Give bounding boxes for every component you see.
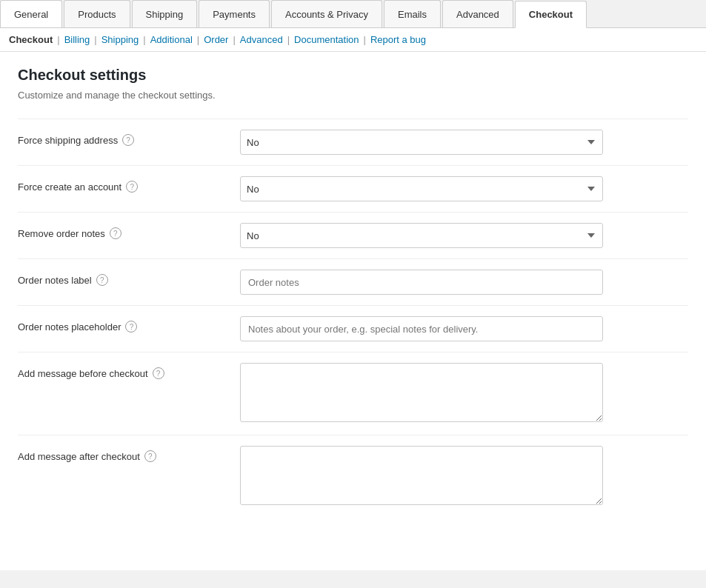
help-icon-add-message-after-checkout[interactable]: ? (144, 450, 156, 462)
page-subtitle: Customize and manage the checkout settin… (18, 90, 688, 101)
field-label-force-shipping-address: Force shipping address (18, 135, 118, 146)
subnav-item-checkout[interactable]: Checkout (9, 34, 53, 45)
textarea-add-message-before-checkout[interactable] (240, 363, 603, 422)
select-remove-order-notes[interactable]: NoYes (240, 223, 603, 248)
sub-nav-separator: | (233, 34, 235, 45)
tab-shipping[interactable]: Shipping (132, 0, 198, 27)
label-col-order-notes-label: Order notes label? (18, 270, 240, 286)
sub-nav-separator: | (364, 34, 366, 45)
control-col-force-shipping-address: NoYes (240, 130, 688, 155)
label-col-add-message-before-checkout: Add message before checkout? (18, 363, 240, 379)
sub-nav-separator: | (197, 34, 199, 45)
subnav-item-additional[interactable]: Additional (150, 34, 193, 45)
label-col-force-create-account: Force create an account? (18, 176, 240, 193)
label-col-remove-order-notes: Remove order notes? (18, 223, 240, 239)
field-label-remove-order-notes: Remove order notes (18, 228, 105, 239)
label-col-order-notes-placeholder: Order notes placeholder? (18, 316, 240, 333)
label-col-force-shipping-address: Force shipping address? (18, 130, 240, 146)
control-col-order-notes-placeholder (240, 316, 688, 341)
tab-payments[interactable]: Payments (199, 0, 270, 27)
subnav-item-shipping[interactable]: Shipping (101, 34, 139, 45)
help-icon-add-message-before-checkout[interactable]: ? (153, 367, 164, 379)
settings-row-add-message-after-checkout: Add message after checkout? (18, 435, 688, 518)
label-col-add-message-after-checkout: Add message after checkout? (18, 446, 240, 462)
input-order-notes-label[interactable] (240, 270, 603, 295)
select-force-shipping-address[interactable]: NoYes (240, 130, 603, 155)
subnav-item-billing[interactable]: Billing (64, 34, 90, 45)
top-tabs: GeneralProductsShippingPaymentsAccounts … (0, 0, 706, 28)
help-icon-order-notes-placeholder[interactable]: ? (125, 321, 137, 333)
page-title: Checkout settings (18, 67, 688, 84)
help-icon-order-notes-label[interactable]: ? (96, 274, 108, 286)
tab-advanced[interactable]: Advanced (442, 0, 513, 27)
field-label-add-message-before-checkout: Add message before checkout (18, 368, 148, 379)
tab-accounts-privacy[interactable]: Accounts & Privacy (271, 0, 382, 27)
settings-row-force-create-account: Force create an account?NoYes (18, 165, 688, 212)
settings-fields: Force shipping address?NoYesForce create… (18, 118, 688, 518)
help-icon-force-shipping-address[interactable]: ? (122, 134, 134, 146)
sub-nav-separator: | (57, 34, 59, 45)
control-col-force-create-account: NoYes (240, 176, 688, 201)
field-label-order-notes-label: Order notes label (18, 275, 92, 286)
subnav-item-report-bug[interactable]: Report a bug (370, 34, 426, 45)
control-col-add-message-after-checkout (240, 446, 688, 507)
field-label-force-create-account: Force create an account (18, 181, 121, 193)
help-icon-force-create-account[interactable]: ? (126, 181, 138, 193)
tab-checkout[interactable]: Checkout (515, 1, 587, 28)
main-content: Checkout settings Customize and manage t… (0, 52, 706, 570)
textarea-add-message-after-checkout[interactable] (240, 446, 603, 505)
sub-nav-separator: | (287, 34, 290, 45)
help-icon-remove-order-notes[interactable]: ? (110, 227, 121, 239)
field-label-order-notes-placeholder: Order notes placeholder (18, 321, 121, 333)
subnav-item-documentation[interactable]: Documentation (294, 34, 359, 45)
control-col-remove-order-notes: NoYes (240, 223, 688, 248)
field-label-add-message-after-checkout: Add message after checkout (18, 451, 140, 462)
sub-nav-separator: | (143, 34, 145, 45)
select-force-create-account[interactable]: NoYes (240, 176, 603, 201)
sub-nav-separator: | (94, 34, 96, 45)
settings-row-add-message-before-checkout: Add message before checkout? (18, 352, 688, 435)
settings-row-order-notes-label: Order notes label? (18, 258, 688, 305)
settings-row-remove-order-notes: Remove order notes?NoYes (18, 212, 688, 258)
tab-products[interactable]: Products (64, 0, 130, 27)
settings-row-force-shipping-address: Force shipping address?NoYes (18, 118, 688, 165)
control-col-add-message-before-checkout (240, 363, 688, 424)
control-col-order-notes-label (240, 270, 688, 295)
settings-row-order-notes-placeholder: Order notes placeholder? (18, 305, 688, 352)
subnav-item-order[interactable]: Order (204, 34, 228, 45)
tab-emails[interactable]: Emails (384, 0, 441, 27)
input-order-notes-placeholder[interactable] (240, 316, 603, 341)
tab-general[interactable]: General (0, 0, 62, 27)
subnav-item-advanced[interactable]: Advanced (240, 34, 283, 45)
sub-nav: Checkout |Billing |Shipping |Additional … (0, 28, 706, 52)
